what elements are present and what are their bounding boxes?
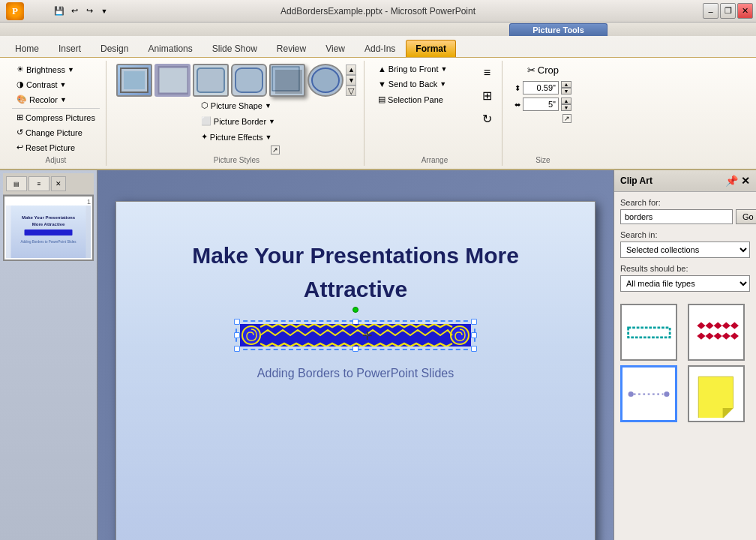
resize-handle-mr[interactable]: [471, 332, 477, 338]
style-thumb-1-icon: [118, 65, 151, 95]
tab-slideshow[interactable]: Slide Show: [203, 40, 266, 57]
effects-dropdown-icon: ▼: [266, 134, 272, 141]
rotation-handle[interactable]: [352, 307, 358, 313]
picture-style-6[interactable]: [308, 64, 344, 97]
send-back-button[interactable]: ▼ Send to Back ▼: [374, 77, 476, 91]
svg-rect-3: [197, 68, 224, 92]
panel-pin-icon[interactable]: 📌: [725, 175, 738, 187]
group-button[interactable]: ⊞: [478, 85, 496, 106]
rotate-button[interactable]: ↻: [478, 108, 496, 130]
tab-animations[interactable]: Animations: [139, 40, 201, 57]
adjust-group-label: Adjust: [46, 154, 67, 164]
svg-rect-6: [275, 70, 302, 94]
size-dialog-launcher[interactable]: ↗: [562, 114, 572, 123]
resize-handle-bc[interactable]: [352, 346, 358, 352]
go-button[interactable]: Go: [736, 209, 756, 224]
search-in-select[interactable]: Selected collections: [620, 242, 750, 258]
compress-button[interactable]: ⊞ Compress Pictures: [12, 110, 100, 124]
close-button[interactable]: ✕: [737, 3, 753, 19]
change-picture-icon: ↺: [16, 128, 23, 137]
picture-style-3[interactable]: [193, 64, 229, 97]
clip-art-svg: [240, 324, 471, 346]
picture-border-button[interactable]: ⬜ Picture Border ▼: [196, 114, 280, 128]
styles-scroll-more[interactable]: ▽: [346, 86, 356, 96]
compress-icon: ⊞: [16, 112, 23, 122]
slide-canvas[interactable]: Make Your Presentations More Attractive: [116, 201, 596, 541]
panel-close-btn[interactable]: ✕: [51, 176, 66, 191]
height-input[interactable]: [523, 81, 559, 94]
tab-review[interactable]: Review: [268, 40, 315, 57]
styles-scroll-down[interactable]: ▼: [346, 75, 356, 86]
search-label: Search for:: [620, 198, 750, 207]
tab-home[interactable]: Home: [6, 40, 48, 57]
bring-front-button[interactable]: ▲ Bring to Front ▼: [374, 62, 476, 76]
width-input[interactable]: [523, 98, 559, 111]
result-4-icon: [692, 370, 740, 418]
picture-style-2[interactable]: [154, 64, 190, 97]
selection-pane-button[interactable]: ▤ Selection Pane: [374, 92, 476, 106]
minimize-button[interactable]: –: [703, 3, 718, 19]
slide-body-text[interactable]: Adding Borders to PowerPoint Slides: [257, 367, 454, 380]
selection-pane-icon: ▤: [378, 94, 386, 104]
width-spin-up[interactable]: ▲: [561, 98, 572, 104]
style-thumb-2-icon: [157, 65, 188, 95]
svg-rect-18: [692, 308, 740, 357]
resize-handle-tl[interactable]: [234, 319, 240, 325]
picture-styles-group-label: Picture Styles: [214, 154, 260, 164]
crop-button[interactable]: ✂ Crop: [523, 62, 563, 78]
results-select[interactable]: All media file types: [620, 275, 750, 292]
slides-tab[interactable]: ▤: [6, 176, 27, 191]
send-back-dropdown: ▼: [440, 80, 446, 88]
search-input[interactable]: [620, 209, 733, 224]
result-item-1[interactable]: [620, 304, 677, 361]
svg-point-7: [312, 68, 339, 92]
style-thumb-5-icon: [271, 65, 304, 95]
change-picture-button[interactable]: ↺ Change Picture: [12, 125, 87, 140]
tab-format[interactable]: Format: [406, 40, 456, 57]
result-item-3[interactable]: [620, 365, 677, 422]
svg-text:Make Your Presentations: Make Your Presentations: [22, 215, 76, 220]
svg-rect-4: [236, 68, 262, 92]
picture-effects-button[interactable]: ✦ Picture Effects ▼: [196, 130, 280, 144]
slide-thumbnail-1[interactable]: 1 Make Your Presentations More Attractiv…: [3, 195, 94, 261]
outline-tab[interactable]: ≡: [28, 176, 50, 191]
slide-title-line2[interactable]: Attractive: [304, 277, 407, 302]
recolor-button[interactable]: 🎨 Recolor ▼: [12, 92, 71, 106]
panel-close-icon[interactable]: ✕: [741, 175, 750, 187]
svg-rect-2: [158, 67, 188, 94]
arrange-group: ▲ Bring to Front ▼ ▼ Send to Back ▼ ▤ Se…: [368, 61, 502, 166]
align-button[interactable]: ≡: [478, 62, 496, 83]
resize-handle-bl[interactable]: [234, 346, 240, 352]
picture-tools-header: Picture Tools: [509, 23, 608, 36]
slide-canvas-area[interactable]: Make Your Presentations More Attractive: [98, 170, 614, 540]
tab-view[interactable]: View: [316, 40, 354, 57]
tab-insert[interactable]: Insert: [50, 40, 90, 57]
tab-addins[interactable]: Add-Ins: [356, 40, 404, 57]
height-spin-up[interactable]: ▲: [561, 81, 572, 88]
result-item-4[interactable]: [688, 365, 745, 422]
brightness-button[interactable]: ☀ Brightness ▼: [12, 62, 79, 76]
svg-rect-1: [124, 71, 145, 89]
result-3-icon: [626, 370, 673, 418]
window-title: AddBordersExample.pptx - Microsoft Power…: [0, 6, 756, 16]
picture-styles-dialog-launcher[interactable]: ↗: [271, 146, 280, 154]
picture-style-1[interactable]: [116, 64, 152, 97]
picture-style-5[interactable]: [269, 64, 305, 97]
contrast-dropdown-icon: ▼: [60, 81, 67, 88]
styles-scroll-up[interactable]: ▲: [346, 64, 356, 75]
restore-button[interactable]: ❐: [720, 3, 736, 19]
resize-handle-ml[interactable]: [234, 332, 240, 338]
contrast-button[interactable]: ◑ Contrast ▼: [12, 77, 71, 92]
resize-handle-br[interactable]: [471, 346, 477, 352]
tab-design[interactable]: Design: [92, 40, 137, 57]
picture-shape-button[interactable]: ⬡ Picture Shape ▼: [196, 98, 280, 112]
slide-title-line1[interactable]: Make Your Presentations More: [192, 243, 519, 268]
width-spin-down[interactable]: ▼: [561, 104, 572, 111]
adjust-group: ☀ Brightness ▼ ◑ Contrast ▼ 🎨 Recolor ▼ …: [6, 61, 106, 166]
picture-style-4[interactable]: [231, 64, 267, 97]
reset-picture-button[interactable]: ↩ Reset Picture: [12, 140, 80, 154]
border-clip-art[interactable]: ✛: [236, 320, 476, 350]
result-item-2[interactable]: [688, 304, 745, 361]
height-spin-down[interactable]: ▼: [561, 88, 572, 94]
resize-handle-tr[interactable]: [471, 319, 477, 325]
